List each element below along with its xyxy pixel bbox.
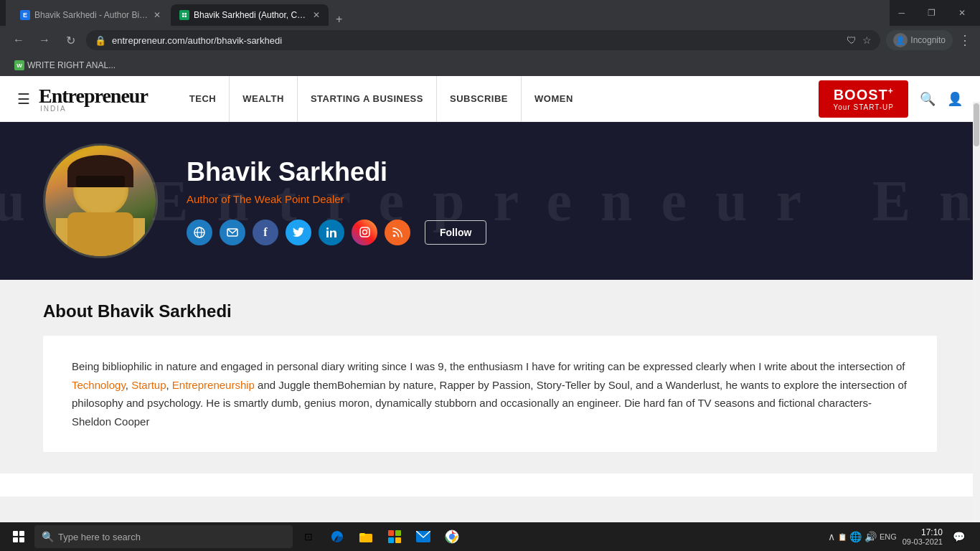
scrollbar-thumb[interactable] <box>974 103 979 146</box>
url-input[interactable]: 🔒 entrepreneur.com/author/bhavik-sarkhed… <box>86 30 880 50</box>
windows-logo <box>13 531 24 542</box>
taskbar-search[interactable]: 🔍 Type here to search <box>34 525 293 548</box>
hamburger-menu[interactable]: ☰ <box>17 90 30 108</box>
tab-1[interactable]: E Bhavik Sarkhedi - Author Biograp... ✕ <box>11 4 169 26</box>
author-banner: Entrepreneur Entrepreneur Entrepreneur B… <box>0 122 980 280</box>
start-button[interactable] <box>6 524 32 550</box>
globe-icon[interactable] <box>187 220 212 245</box>
user-icon[interactable]: 👤 <box>947 91 963 107</box>
profile-button[interactable]: 👤 Incognito <box>886 30 953 50</box>
address-bar: ← → ↻ 🔒 entrepreneur.com/author/bhavik-s… <box>0 26 980 55</box>
linkedin-icon[interactable] <box>319 220 344 245</box>
nav-wealth[interactable]: WEALTH <box>230 76 298 122</box>
taskbar-store[interactable] <box>382 524 407 550</box>
svg-rect-19 <box>388 537 394 543</box>
boost-sublabel: Your START-UP <box>833 103 894 112</box>
minimize-button[interactable]: ─ <box>890 5 913 21</box>
browser-menu-button[interactable]: ⋮ <box>958 32 971 48</box>
author-name: Bhavik Sarkhedi <box>187 157 937 187</box>
about-text: Being bibliophilic in nature and engaged… <box>72 357 908 430</box>
scrollbar[interactable] <box>973 102 980 522</box>
clock[interactable]: 17:10 09-03-2021 <box>903 527 943 546</box>
tab-favicon-1: E <box>20 10 30 20</box>
url-action-icons: 🛡 ☆ <box>847 34 872 46</box>
nav-icons: 🔍 👤 <box>920 91 963 107</box>
svg-rect-0 <box>181 11 188 19</box>
highlight-startup: Startup <box>131 379 166 391</box>
nav-starting-business[interactable]: STARTING A BUSINESS <box>298 76 437 122</box>
nav-women[interactable]: WOMEN <box>522 76 586 122</box>
logo-subtitle: INDIA <box>40 105 67 113</box>
instagram-icon[interactable] <box>352 220 377 245</box>
close-button[interactable]: ✕ <box>950 5 974 21</box>
taskbar-chrome[interactable] <box>439 524 465 550</box>
taskbar-edge[interactable] <box>324 524 350 550</box>
search-icon[interactable]: 🔍 <box>920 91 936 107</box>
svg-rect-2 <box>185 13 187 15</box>
svg-rect-9 <box>326 230 329 237</box>
lock-icon: 🔒 <box>95 35 106 46</box>
taskbar-mail[interactable] <box>410 524 436 550</box>
tab-title-2: Bhavik Sarkhedi (Author, Conten... <box>194 10 308 20</box>
facebook-icon[interactable]: f <box>253 220 278 245</box>
svg-point-12 <box>362 230 367 235</box>
about-title: About Bhavik Sarkhedi <box>43 301 937 321</box>
clock-time: 17:10 <box>903 527 943 537</box>
back-button[interactable]: ← <box>9 34 29 47</box>
notification-button[interactable]: 💬 <box>948 527 969 547</box>
tray-up-arrow[interactable]: ∧ <box>828 531 835 542</box>
nav-subscribe[interactable]: SUBSCRIBE <box>437 76 522 122</box>
svg-point-10 <box>326 227 329 230</box>
taskbar: 🔍 Type here to search ⊡ ∧ 📋 🌐 🔊 ENG 17:1… <box>0 522 980 551</box>
taskbar-explorer[interactable] <box>353 524 379 550</box>
site-nav: ☰ Entrepreneur INDIA TECH WEALTH STARTIN… <box>0 76 980 122</box>
svg-rect-4 <box>185 16 187 18</box>
follow-button[interactable]: Follow <box>425 220 486 245</box>
url-text: entrepreneur.com/author/bhavik-sarkhedi <box>112 35 841 46</box>
svg-rect-17 <box>388 530 394 536</box>
email-icon[interactable] <box>220 220 245 245</box>
svg-rect-20 <box>395 537 401 543</box>
author-subtitle: Author of The Weak Point Dealer <box>187 193 937 205</box>
forward-button[interactable]: → <box>34 34 55 47</box>
window-controls: ─ ❐ ✕ <box>890 5 974 21</box>
bookmarks-bar: W WRITE RIGHT ANAL... <box>0 55 980 76</box>
bookmark-write-right[interactable]: W WRITE RIGHT ANAL... <box>9 59 121 72</box>
nav-tech[interactable]: TECH <box>176 76 230 122</box>
rss-icon[interactable] <box>385 220 410 245</box>
maximize-button[interactable]: ❐ <box>919 5 944 21</box>
highlight-entrepreneurship: Entrepreneurship <box>172 379 255 391</box>
new-tab-button[interactable]: + <box>330 13 348 26</box>
tab-favicon-2 <box>179 10 189 20</box>
taskbar-task-view[interactable]: ⊡ <box>296 524 321 550</box>
tray-sound-icon[interactable]: 🔊 <box>864 531 877 542</box>
svg-rect-18 <box>395 530 401 536</box>
website-content: ☰ Entrepreneur INDIA TECH WEALTH STARTIN… <box>0 76 980 496</box>
tab-2[interactable]: Bhavik Sarkhedi (Author, Conten... ✕ <box>171 4 329 26</box>
title-bar: E Bhavik Sarkhedi - Author Biograp... ✕ … <box>0 0 980 26</box>
tab-close-1[interactable]: ✕ <box>154 10 161 20</box>
svg-rect-1 <box>182 13 184 15</box>
tray-lang[interactable]: ENG <box>880 532 897 541</box>
refresh-button[interactable]: ↻ <box>60 34 80 47</box>
svg-rect-16 <box>359 533 365 536</box>
bookmark-favicon: W <box>14 60 24 70</box>
about-box: Being bibliophilic in nature and engaged… <box>43 336 937 452</box>
boost-label: BOOST+ <box>833 86 894 103</box>
bookmark-label: WRITE RIGHT ANAL... <box>27 60 116 70</box>
star-icon[interactable]: ☆ <box>862 34 872 46</box>
site-logo[interactable]: Entrepreneur INDIA <box>39 85 148 113</box>
tray-network-icon[interactable]: 🌐 <box>849 531 862 542</box>
tray-taskbar-icon1[interactable]: 📋 <box>838 533 847 541</box>
system-tray: ∧ 📋 🌐 🔊 ENG 17:10 09-03-2021 💬 <box>822 527 974 547</box>
profile-label: Incognito <box>910 35 946 45</box>
tab-close-2[interactable]: ✕ <box>313 10 320 20</box>
boost-button[interactable]: BOOST+ Your START-UP <box>819 80 908 118</box>
svg-point-14 <box>393 234 396 237</box>
svg-rect-3 <box>182 16 184 18</box>
avatar: 👤 <box>893 33 908 47</box>
svg-point-13 <box>367 229 368 230</box>
highlight-tech: Technology <box>72 379 126 391</box>
shield-icon: 🛡 <box>847 34 857 46</box>
twitter-icon[interactable] <box>286 220 311 245</box>
